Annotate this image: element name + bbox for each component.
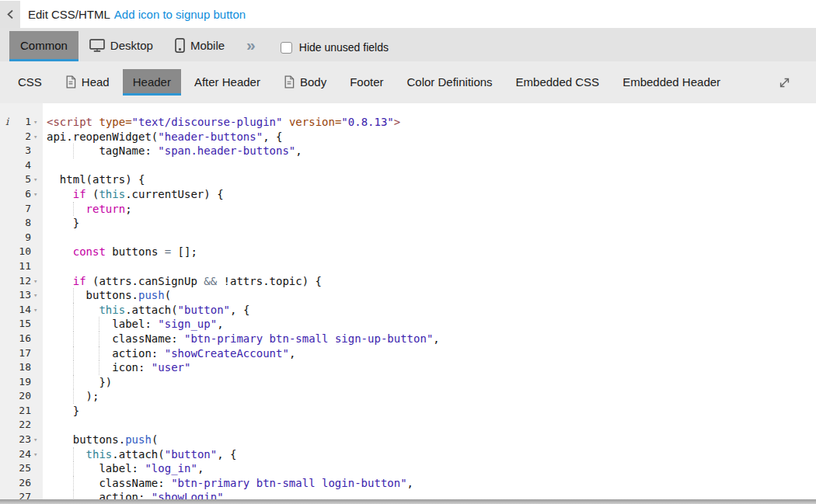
section-tab-css[interactable]: CSS xyxy=(8,69,52,96)
code-line[interactable]: 17 action: "showCreateAccount", xyxy=(0,346,816,361)
gutter-cell[interactable]: 18 xyxy=(0,360,43,375)
section-tab-body[interactable]: Body xyxy=(274,69,337,96)
back-button[interactable] xyxy=(0,1,20,28)
code-line[interactable]: 21 } xyxy=(0,404,816,419)
fold-caret-icon[interactable]: ▾ xyxy=(33,130,37,144)
expand-editor-button[interactable] xyxy=(775,73,794,92)
code-line[interactable]: 19 }) xyxy=(0,375,816,390)
section-tabs-row: CSSHeadHeaderAfter HeaderBodyFooterColor… xyxy=(0,61,816,103)
code-line[interactable]: 9 xyxy=(0,231,816,245)
more-tabs-icon[interactable]: » xyxy=(246,31,256,59)
code-line[interactable]: 15 label: "sign_up", xyxy=(0,317,816,332)
code-line[interactable]: 23▾ buttons.push( xyxy=(0,433,816,447)
gutter-cell[interactable]: 23▾ xyxy=(0,433,43,447)
gutter-cell[interactable]: 22 xyxy=(0,418,43,433)
gutter-cell[interactable]: 26 xyxy=(0,476,43,491)
gutter-cell[interactable]: 13▾ xyxy=(0,288,43,303)
code-line[interactable]: 26 className: "btn-primary btn-small log… xyxy=(0,476,816,491)
section-tab-footer[interactable]: Footer xyxy=(340,69,393,96)
section-tab-header[interactable]: Header xyxy=(123,69,181,96)
indent-guide xyxy=(73,332,74,346)
code-line[interactable]: 7 return; xyxy=(0,202,816,217)
code-line[interactable]: 12▾ if (attrs.canSignUp && !attrs.topic)… xyxy=(0,274,816,289)
theme-name-link[interactable]: Add icon to signup button xyxy=(114,8,246,21)
code-line[interactable]: 6▾ if (this.currentUser) { xyxy=(0,187,816,202)
horizontal-scrollbar[interactable] xyxy=(0,499,816,504)
gutter-cell[interactable]: 3 xyxy=(0,144,43,158)
target-tab-desktop[interactable]: Desktop xyxy=(78,31,164,61)
code-line[interactable]: i1▾<script type="text/discourse-plugin" … xyxy=(0,115,816,130)
code-line[interactable]: 18 icon: "user" xyxy=(0,360,816,375)
gutter-cell[interactable]: 14▾ xyxy=(0,303,43,318)
gutter-cell[interactable]: 17 xyxy=(0,346,43,361)
gutter-cell[interactable]: 7 xyxy=(0,202,43,217)
titlebar: Edit CSS/HTML Add icon to signup button xyxy=(0,0,816,28)
indent-guide xyxy=(99,317,99,332)
section-tab-head[interactable]: Head xyxy=(55,69,120,96)
code-line[interactable]: 10 const buttons = []; xyxy=(0,245,816,259)
code-line[interactable]: 5▾ html(attrs) { xyxy=(0,172,816,187)
code-text: action: "showCreateAccount", xyxy=(47,346,816,361)
gutter-cell[interactable]: 6▾ xyxy=(0,187,43,202)
code-line[interactable]: 22 xyxy=(0,418,816,433)
gutter-cell[interactable]: 2▾ xyxy=(0,130,43,144)
code-line[interactable]: 4 xyxy=(0,158,816,173)
gutter-cell[interactable]: 11 xyxy=(0,259,43,274)
code-line[interactable]: 16 className: "btn-primary btn-small sig… xyxy=(0,332,816,346)
fold-caret-icon[interactable]: ▾ xyxy=(33,433,37,447)
code-line[interactable]: 13▾ buttons.push( xyxy=(0,288,816,303)
line-number: 17 xyxy=(19,346,31,361)
section-tab-color-definitions[interactable]: Color Definitions xyxy=(397,69,503,96)
code-text: this.attach("button", { xyxy=(47,447,816,462)
code-editor[interactable]: i1▾<script type="text/discourse-plugin" … xyxy=(0,103,816,504)
section-tab-embedded-css[interactable]: Embedded CSS xyxy=(506,69,610,96)
code-line[interactable]: 14▾ this.attach("button", { xyxy=(0,303,816,318)
code-line[interactable]: 25 label: "log_in", xyxy=(0,461,816,476)
fold-caret-icon[interactable]: ▾ xyxy=(33,288,37,303)
gutter-cell[interactable]: 5▾ xyxy=(0,172,43,187)
indent-guide xyxy=(73,389,74,404)
section-tab-embedded-header[interactable]: Embedded Header xyxy=(612,69,731,96)
gutter-cell[interactable]: 9 xyxy=(0,231,43,245)
gutter-cell[interactable]: 25 xyxy=(0,461,43,476)
gutter-cell[interactable]: 12▾ xyxy=(0,274,43,289)
hide-unused-checkbox[interactable] xyxy=(281,42,292,54)
code-line[interactable]: 8 } xyxy=(0,216,816,231)
fold-caret-icon[interactable]: ▾ xyxy=(33,447,37,462)
code-line[interactable]: 2▾api.reopenWidget("header-buttons", { xyxy=(0,130,816,144)
gutter-cell[interactable]: 21 xyxy=(0,404,43,419)
code-line[interactable]: 24▾ this.attach("button", { xyxy=(0,447,816,462)
section-tab-after-header[interactable]: After Header xyxy=(184,69,270,96)
code-line[interactable]: 20 ); xyxy=(0,389,816,404)
gutter-cell[interactable]: 19 xyxy=(0,375,43,390)
gutter-cell[interactable]: 20 xyxy=(0,389,43,404)
gutter-cell[interactable]: 8 xyxy=(0,216,43,231)
gutter-cell[interactable]: i1▾ xyxy=(0,115,43,130)
code-line[interactable]: 3 tagName: "span.header-buttons", xyxy=(0,144,816,158)
indent-guide xyxy=(73,288,74,303)
line-number: 18 xyxy=(19,360,31,375)
target-tab-label: Desktop xyxy=(110,39,153,52)
section-tab-label: Embedded Header xyxy=(622,75,720,89)
section-tab-label: CSS xyxy=(18,75,42,89)
section-tab-label: Embedded CSS xyxy=(516,75,600,89)
gutter-cell[interactable]: 10 xyxy=(0,245,43,259)
target-tab-mobile[interactable]: Mobile xyxy=(164,31,235,61)
gutter-cell[interactable]: 15 xyxy=(0,317,43,332)
gutter-cell[interactable]: 4 xyxy=(0,158,43,173)
fold-caret-icon[interactable]: ▾ xyxy=(33,172,37,187)
target-tab-common[interactable]: Common xyxy=(9,31,78,61)
gutter-cell[interactable]: 16 xyxy=(0,332,43,346)
section-tab-label: Body xyxy=(300,75,326,89)
fold-caret-icon[interactable]: ▾ xyxy=(33,115,37,130)
fold-caret-icon[interactable]: ▾ xyxy=(33,187,37,202)
indent-guide xyxy=(73,375,74,390)
code-line[interactable]: 11 xyxy=(0,259,816,274)
code-text: } xyxy=(47,404,816,419)
gutter-cell[interactable]: 24▾ xyxy=(0,447,43,462)
line-number: 19 xyxy=(19,375,31,390)
fold-caret-icon[interactable]: ▾ xyxy=(33,303,37,318)
line-number: 11 xyxy=(19,259,31,274)
fold-caret-icon[interactable]: ▾ xyxy=(33,274,37,289)
line-number: 20 xyxy=(19,389,31,404)
